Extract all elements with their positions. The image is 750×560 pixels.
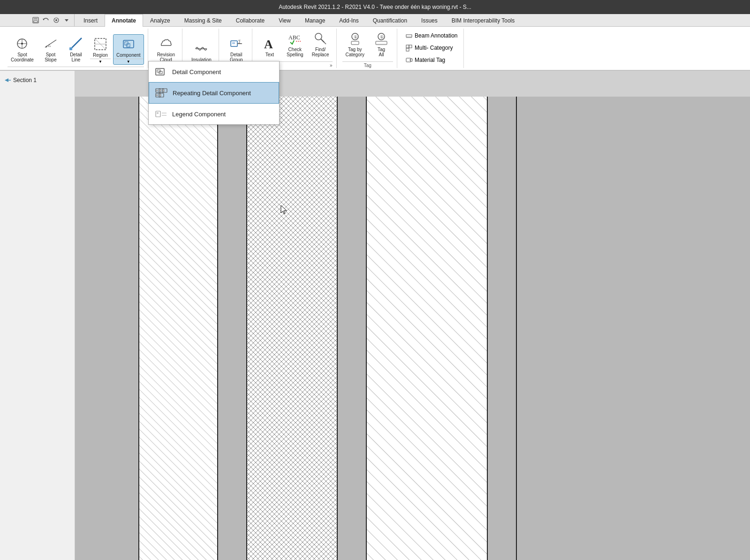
spot-coordinate-icon <box>15 36 30 51</box>
svg-rect-42 <box>406 45 409 48</box>
find-replace-label: Find/Replace <box>312 47 329 57</box>
tab-annotate[interactable]: Annotate <box>105 14 143 27</box>
svg-marker-12 <box>45 45 47 47</box>
component-button[interactable]: Component ▼ <box>113 34 144 65</box>
svg-marker-6 <box>65 19 68 22</box>
ribbon-content: SpotCoordinate △ SpotSlope <box>0 27 750 70</box>
material-tag-icon <box>405 56 413 64</box>
tag-all-label: TagAll <box>378 47 385 57</box>
section-1-item[interactable]: Section 1 <box>0 75 75 86</box>
detail-line-icon <box>68 36 83 51</box>
svg-point-10 <box>21 43 23 45</box>
svg-rect-53 <box>159 90 161 91</box>
svg-rect-55 <box>163 90 165 91</box>
tab-collaborate[interactable]: Collaborate <box>229 14 272 27</box>
beam-annotation-button[interactable]: Beam Annotation <box>403 30 460 41</box>
svg-rect-79 <box>246 97 338 560</box>
svg-rect-41 <box>406 37 412 38</box>
svg-line-32 <box>322 40 326 44</box>
svg-rect-2 <box>34 21 38 23</box>
tab-issues[interactable]: Issues <box>414 14 445 27</box>
text-label: Text <box>265 52 274 57</box>
tab-insert[interactable]: Insert <box>76 14 105 27</box>
tab-bim[interactable]: BIM Interoperability Tools <box>445 14 522 27</box>
tab-massing[interactable]: Massing & Site <box>177 14 229 27</box>
repeating-detail-item[interactable]: Repeating Detail Component <box>149 82 279 104</box>
legend-component-icon <box>154 107 167 121</box>
svg-text:∑: ∑ <box>238 39 241 44</box>
check-spelling-button[interactable]: ABC CheckSpelling <box>283 29 307 60</box>
svg-text:①: ① <box>380 35 384 39</box>
region-icon <box>93 37 108 52</box>
legend-component-item[interactable]: Legend Component <box>149 104 279 124</box>
svg-rect-83 <box>366 97 488 560</box>
svg-rect-75 <box>138 97 218 560</box>
tag-all-icon: ① <box>374 31 389 46</box>
detail-group-button[interactable]: ∑ DetailGroup <box>225 34 248 65</box>
component-label: Component <box>116 53 141 58</box>
tag-all-button[interactable]: ① TagAll <box>370 29 393 60</box>
text-expand-icon[interactable]: » <box>330 63 333 68</box>
tab-addins[interactable]: Add-Ins <box>332 14 365 27</box>
region-button[interactable]: Region ▼ <box>90 34 111 65</box>
revision-cloud-icon <box>159 36 174 51</box>
beam-annotation-label: Beam Annotation <box>415 32 457 39</box>
detail-group-label <box>8 67 144 68</box>
svg-point-30 <box>315 33 322 40</box>
spot-slope-button[interactable]: △ SpotSlope <box>39 34 62 65</box>
svg-marker-3 <box>43 19 45 20</box>
legend-component-label: Legend Component <box>172 111 226 118</box>
main-area: Section 1 <box>0 71 750 560</box>
find-replace-button[interactable]: Find/Replace <box>309 29 333 60</box>
multi-category-label: Multi- Category <box>415 45 453 51</box>
svg-rect-77 <box>217 97 218 560</box>
insulation-icon <box>194 41 209 56</box>
app-title: Autodesk Revit 2021.1.2 - R2021 V4.0 - T… <box>279 4 471 10</box>
material-tag-label: Material Tag <box>415 57 445 63</box>
undo-icon[interactable] <box>42 16 50 24</box>
check-spelling-label: CheckSpelling <box>287 47 303 57</box>
tag-by-category-button[interactable]: ① Tag byCategory <box>342 29 368 60</box>
spot-slope-icon: △ <box>43 36 58 51</box>
dropdown-icon[interactable] <box>63 16 70 24</box>
tab-manage[interactable]: Manage <box>298 14 332 27</box>
component-dropdown-arrow[interactable]: ▼ <box>114 59 144 64</box>
svg-rect-59 <box>159 94 161 96</box>
tab-view[interactable]: View <box>272 14 298 27</box>
tab-quantification[interactable]: Quantification <box>366 14 414 27</box>
multi-category-icon <box>405 44 413 52</box>
spot-slope-label: SpotSlope <box>45 52 57 62</box>
revision-cloud-button[interactable]: RevisionCloud <box>154 34 178 65</box>
region-dropdown-arrow[interactable]: ▼ <box>90 59 111 64</box>
section-arrow-icon <box>4 76 11 84</box>
multi-category-button[interactable]: Multi- Category <box>403 43 460 53</box>
svg-rect-80 <box>246 97 247 560</box>
svg-rect-84 <box>366 97 367 560</box>
detail-component-item[interactable]: Detail Component <box>149 61 279 82</box>
svg-text:①: ① <box>354 35 357 39</box>
repeating-detail-icon <box>155 86 168 99</box>
settings-icon[interactable] <box>53 16 60 24</box>
svg-text:A: A <box>264 38 273 51</box>
svg-rect-57 <box>156 94 158 96</box>
tag-by-category-label: Tag byCategory <box>346 47 365 57</box>
drawing-canvas <box>75 71 750 560</box>
section-1-label: Section 1 <box>13 77 37 83</box>
detail-line-button[interactable]: DetailLine <box>64 34 88 65</box>
svg-point-46 <box>410 59 413 61</box>
svg-rect-35 <box>351 41 359 45</box>
check-spelling-icon: ABC <box>288 31 303 46</box>
svg-rect-24 <box>232 42 235 44</box>
spot-coordinate-button[interactable]: SpotCoordinate <box>8 34 37 65</box>
canvas-area <box>75 71 750 560</box>
ribbon-tabs: Insert Annotate Analyze Massing & Site C… <box>0 14 750 27</box>
save-icon[interactable] <box>32 16 39 24</box>
svg-text:△: △ <box>48 43 51 47</box>
ribbon-group-tags: ① Tag byCategory ① <box>339 29 398 68</box>
svg-rect-85 <box>487 97 488 560</box>
ribbon-group-detail: SpotCoordinate △ SpotSlope <box>4 29 148 68</box>
material-tag-button[interactable]: Material Tag <box>403 55 460 65</box>
text-icon: A <box>262 36 277 51</box>
text-button[interactable]: A Text <box>258 34 281 60</box>
tab-analyze[interactable]: Analyze <box>143 14 177 27</box>
